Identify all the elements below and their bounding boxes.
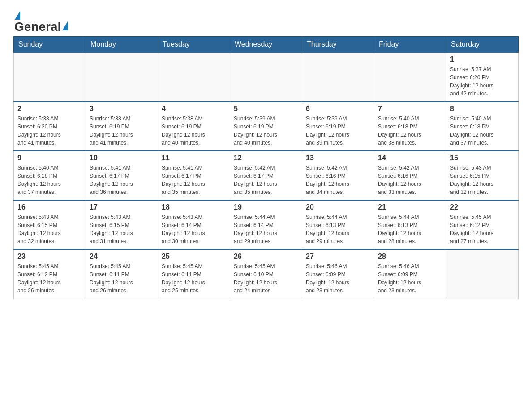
- logo-triangle-icon: [15, 11, 20, 20]
- cell-w4-d6: 21Sunrise: 5:44 AM Sunset: 6:13 PM Dayli…: [374, 200, 446, 249]
- day-number: 24: [90, 253, 154, 261]
- week-row-3: 9Sunrise: 5:40 AM Sunset: 6:18 PM Daylig…: [14, 151, 519, 200]
- day-number: 27: [306, 253, 370, 261]
- cell-w1-d7: 1Sunrise: 5:37 AM Sunset: 6:20 PM Daylig…: [446, 52, 519, 102]
- day-info: Sunrise: 5:42 AM Sunset: 6:16 PM Dayligh…: [378, 164, 442, 196]
- day-number: 14: [378, 154, 442, 162]
- cell-w3-d3: 11Sunrise: 5:41 AM Sunset: 6:17 PM Dayli…: [158, 151, 230, 200]
- cell-w5-d7: [446, 249, 519, 299]
- header-sunday: Sunday: [14, 37, 86, 53]
- day-number: 28: [378, 253, 442, 261]
- day-info: Sunrise: 5:38 AM Sunset: 6:19 PM Dayligh…: [90, 115, 154, 147]
- week-row-2: 2Sunrise: 5:38 AM Sunset: 6:20 PM Daylig…: [14, 102, 519, 151]
- day-info: Sunrise: 5:45 AM Sunset: 6:12 PM Dayligh…: [450, 213, 515, 245]
- cell-w1-d5: [302, 52, 374, 102]
- cell-w2-d4: 5Sunrise: 5:39 AM Sunset: 6:19 PM Daylig…: [230, 102, 302, 151]
- cell-w4-d3: 18Sunrise: 5:43 AM Sunset: 6:14 PM Dayli…: [158, 200, 230, 249]
- cell-w5-d1: 23Sunrise: 5:45 AM Sunset: 6:12 PM Dayli…: [14, 249, 86, 299]
- day-number: 22: [450, 203, 515, 211]
- day-info: Sunrise: 5:39 AM Sunset: 6:19 PM Dayligh…: [234, 115, 298, 147]
- day-info: Sunrise: 5:40 AM Sunset: 6:18 PM Dayligh…: [450, 115, 515, 147]
- day-info: Sunrise: 5:45 AM Sunset: 6:12 PM Dayligh…: [17, 262, 82, 295]
- header-wednesday: Wednesday: [230, 37, 302, 53]
- day-number: 25: [162, 253, 226, 261]
- day-info: Sunrise: 5:45 AM Sunset: 6:11 PM Dayligh…: [90, 262, 154, 295]
- day-info: Sunrise: 5:40 AM Sunset: 6:18 PM Dayligh…: [378, 115, 442, 147]
- cell-w3-d4: 12Sunrise: 5:42 AM Sunset: 6:17 PM Dayli…: [230, 151, 302, 200]
- day-info: Sunrise: 5:43 AM Sunset: 6:15 PM Dayligh…: [17, 213, 82, 245]
- cell-w2-d7: 8Sunrise: 5:40 AM Sunset: 6:18 PM Daylig…: [446, 102, 519, 151]
- cell-w1-d2: [86, 52, 158, 102]
- day-number: 15: [450, 154, 515, 162]
- day-info: Sunrise: 5:44 AM Sunset: 6:14 PM Dayligh…: [234, 213, 298, 245]
- day-number: 19: [234, 203, 298, 211]
- day-number: 9: [17, 154, 82, 162]
- day-info: Sunrise: 5:42 AM Sunset: 6:16 PM Dayligh…: [306, 164, 370, 196]
- cell-w2-d2: 3Sunrise: 5:38 AM Sunset: 6:19 PM Daylig…: [86, 102, 158, 151]
- day-info: Sunrise: 5:38 AM Sunset: 6:19 PM Dayligh…: [162, 115, 226, 147]
- cell-w5-d5: 27Sunrise: 5:46 AM Sunset: 6:09 PM Dayli…: [302, 249, 374, 299]
- header-friday: Friday: [374, 37, 446, 53]
- cell-w5-d2: 24Sunrise: 5:45 AM Sunset: 6:11 PM Dayli…: [86, 249, 158, 299]
- cell-w3-d5: 13Sunrise: 5:42 AM Sunset: 6:16 PM Dayli…: [302, 151, 374, 200]
- day-number: 3: [90, 105, 154, 113]
- header-tuesday: Tuesday: [158, 37, 230, 53]
- day-info: Sunrise: 5:41 AM Sunset: 6:17 PM Dayligh…: [162, 164, 226, 196]
- cell-w5-d6: 28Sunrise: 5:46 AM Sunset: 6:09 PM Dayli…: [374, 249, 446, 299]
- calendar-table: SundayMondayTuesdayWednesdayThursdayFrid…: [13, 36, 519, 299]
- logo: General: [13, 9, 68, 32]
- day-info: Sunrise: 5:39 AM Sunset: 6:19 PM Dayligh…: [306, 115, 370, 147]
- cell-w1-d3: [158, 52, 230, 102]
- day-number: 26: [234, 253, 298, 261]
- day-number: 18: [162, 203, 226, 211]
- day-number: 10: [90, 154, 154, 162]
- calendar-header-row: SundayMondayTuesdayWednesdayThursdayFrid…: [14, 37, 519, 53]
- day-info: Sunrise: 5:38 AM Sunset: 6:20 PM Dayligh…: [17, 115, 82, 147]
- day-info: Sunrise: 5:45 AM Sunset: 6:11 PM Dayligh…: [162, 262, 226, 295]
- day-info: Sunrise: 5:40 AM Sunset: 6:18 PM Dayligh…: [17, 164, 82, 196]
- header-thursday: Thursday: [302, 37, 374, 53]
- day-info: Sunrise: 5:43 AM Sunset: 6:14 PM Dayligh…: [162, 213, 226, 245]
- week-row-1: 1Sunrise: 5:37 AM Sunset: 6:20 PM Daylig…: [14, 52, 519, 102]
- day-number: 13: [306, 154, 370, 162]
- day-info: Sunrise: 5:44 AM Sunset: 6:13 PM Dayligh…: [378, 213, 442, 245]
- day-number: 6: [306, 105, 370, 113]
- day-number: 21: [378, 203, 442, 211]
- day-number: 12: [234, 154, 298, 162]
- cell-w2-d1: 2Sunrise: 5:38 AM Sunset: 6:20 PM Daylig…: [14, 102, 86, 151]
- cell-w1-d1: [14, 52, 86, 102]
- cell-w5-d3: 25Sunrise: 5:45 AM Sunset: 6:11 PM Dayli…: [158, 249, 230, 299]
- cell-w3-d7: 15Sunrise: 5:43 AM Sunset: 6:15 PM Dayli…: [446, 151, 519, 200]
- cell-w2-d6: 7Sunrise: 5:40 AM Sunset: 6:18 PM Daylig…: [374, 102, 446, 151]
- day-info: Sunrise: 5:46 AM Sunset: 6:09 PM Dayligh…: [378, 262, 442, 295]
- day-info: Sunrise: 5:44 AM Sunset: 6:13 PM Dayligh…: [306, 213, 370, 245]
- week-row-4: 16Sunrise: 5:43 AM Sunset: 6:15 PM Dayli…: [14, 200, 519, 249]
- cell-w3-d2: 10Sunrise: 5:41 AM Sunset: 6:17 PM Dayli…: [86, 151, 158, 200]
- day-number: 1: [450, 56, 515, 64]
- day-number: 11: [162, 154, 226, 162]
- day-number: 17: [90, 203, 154, 211]
- cell-w1-d6: [374, 52, 446, 102]
- day-info: Sunrise: 5:37 AM Sunset: 6:20 PM Dayligh…: [450, 65, 515, 98]
- header-saturday: Saturday: [446, 37, 519, 53]
- cell-w4-d4: 19Sunrise: 5:44 AM Sunset: 6:14 PM Dayli…: [230, 200, 302, 249]
- cell-w2-d3: 4Sunrise: 5:38 AM Sunset: 6:19 PM Daylig…: [158, 102, 230, 151]
- cell-w3-d1: 9Sunrise: 5:40 AM Sunset: 6:18 PM Daylig…: [14, 151, 86, 200]
- day-number: 4: [162, 105, 226, 113]
- cell-w4-d7: 22Sunrise: 5:45 AM Sunset: 6:12 PM Dayli…: [446, 200, 519, 249]
- day-number: 16: [17, 203, 82, 211]
- day-info: Sunrise: 5:42 AM Sunset: 6:17 PM Dayligh…: [234, 164, 298, 196]
- header-monday: Monday: [86, 37, 158, 53]
- day-number: 8: [450, 105, 515, 113]
- cell-w4-d1: 16Sunrise: 5:43 AM Sunset: 6:15 PM Dayli…: [14, 200, 86, 249]
- day-number: 20: [306, 203, 370, 211]
- cell-w1-d4: [230, 52, 302, 102]
- page-header: General: [13, 9, 519, 32]
- cell-w5-d4: 26Sunrise: 5:45 AM Sunset: 6:10 PM Dayli…: [230, 249, 302, 299]
- day-number: 5: [234, 105, 298, 113]
- day-info: Sunrise: 5:46 AM Sunset: 6:09 PM Dayligh…: [306, 262, 370, 295]
- day-number: 23: [17, 253, 82, 261]
- day-info: Sunrise: 5:43 AM Sunset: 6:15 PM Dayligh…: [90, 213, 154, 245]
- day-number: 7: [378, 105, 442, 113]
- cell-w4-d2: 17Sunrise: 5:43 AM Sunset: 6:15 PM Dayli…: [86, 200, 158, 249]
